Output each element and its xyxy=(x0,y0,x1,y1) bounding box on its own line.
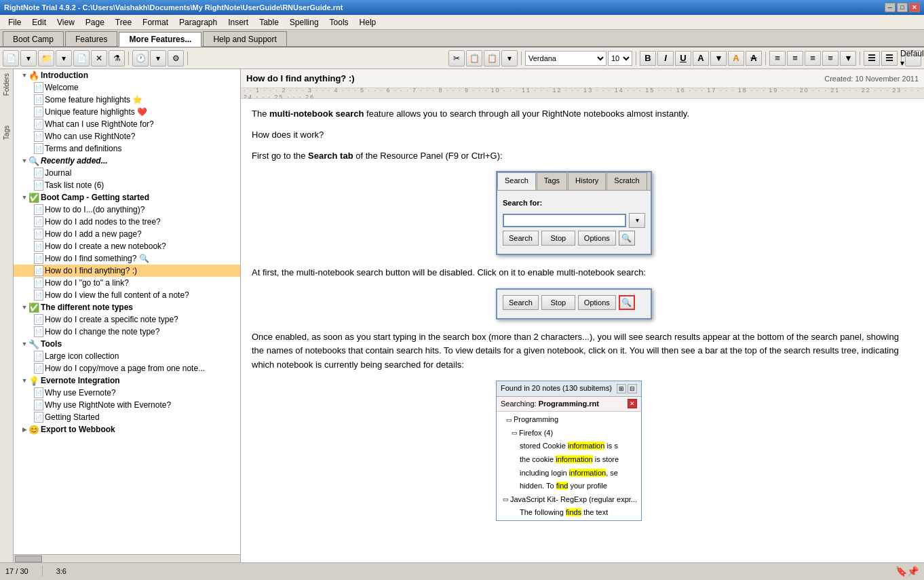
new-btn[interactable]: 📄 xyxy=(3,50,19,66)
history-btn[interactable]: 🕐 xyxy=(132,50,149,66)
open-btn[interactable]: 📁 xyxy=(38,50,54,66)
tree-recently-added[interactable]: ▼ 🔍 Recently added... xyxy=(14,155,240,167)
tree-getting-started-ev[interactable]: 📄 Getting Started xyxy=(14,411,240,423)
filter-btn[interactable]: ⚗ xyxy=(109,50,125,66)
search-button-2[interactable]: Search xyxy=(503,295,539,310)
history-dropdown[interactable]: ▾ xyxy=(150,50,166,66)
align-center-btn[interactable]: ≡ xyxy=(787,51,803,66)
stop-button-2[interactable]: Stop xyxy=(541,295,575,310)
tree-icon-collection[interactable]: 📄 Large icon collection xyxy=(14,350,240,362)
align-dropdown[interactable]: ▾ xyxy=(840,51,856,66)
paste-btn[interactable]: 📋 xyxy=(484,50,500,66)
menu-spelling[interactable]: Spelling xyxy=(284,16,324,28)
tree-view-content[interactable]: 📄 How do I view the full content of a no… xyxy=(14,289,240,301)
new-dropdown[interactable]: ▾ xyxy=(20,50,37,66)
open-dropdown[interactable]: ▾ xyxy=(56,50,72,66)
maximize-button[interactable]: □ xyxy=(897,3,908,12)
tags-tab[interactable]: Tags xyxy=(1,124,12,141)
close-button[interactable]: ✕ xyxy=(909,3,920,12)
result-cookie-2[interactable]: the cookie information is store xyxy=(499,453,638,467)
align-left-btn[interactable]: ≡ xyxy=(769,51,786,66)
result-cookie-1[interactable]: stored Cookie information is s xyxy=(499,440,638,453)
tree-how-anything[interactable]: 📄 How to do I...(do anything)? xyxy=(14,204,240,216)
search-input-field-1[interactable] xyxy=(503,214,626,227)
tree-specific-note[interactable]: 📄 How do I create a specific note type? xyxy=(14,313,240,326)
menu-paragraph[interactable]: Paragraph xyxy=(174,16,223,28)
tree-what-use[interactable]: 📄 What can I use RightNote for? xyxy=(14,118,240,130)
tree-who-use[interactable]: 📄 Who can use RightNote? xyxy=(14,130,240,142)
tree-welcome[interactable]: 📄 Welcome xyxy=(14,81,240,94)
align-justify-btn[interactable]: ≡ xyxy=(822,51,839,66)
result-hidden[interactable]: hidden. To find your profile xyxy=(499,480,638,493)
menu-edit[interactable]: Edit xyxy=(26,16,52,28)
tree-bootcamp[interactable]: ▼ ✅ Boot Camp - Getting started xyxy=(14,191,240,204)
numlist-btn[interactable]: ☰ xyxy=(881,51,898,66)
page-btn[interactable]: 📄 xyxy=(73,50,90,66)
italic-btn[interactable]: I xyxy=(657,51,674,66)
copy-btn[interactable]: 📋 xyxy=(466,50,482,66)
results-tree-scroll[interactable]: ▭ Programming ▭ Firefox (4) stored Cooki… xyxy=(497,412,641,520)
font-dropdown[interactable]: ▾ xyxy=(710,51,727,66)
tree-change-note[interactable]: 📄 How do I change the note type? xyxy=(14,326,240,338)
close-searching-btn[interactable]: ✕ xyxy=(628,399,637,408)
expand-export[interactable]: ▶ xyxy=(20,424,28,435)
tree-goto-link[interactable]: 📄 How do I "go to" a link? xyxy=(14,277,240,289)
tab-help-support[interactable]: Help and Support xyxy=(203,31,286,46)
dialog-tab-history[interactable]: History xyxy=(568,172,606,190)
tree-some-features[interactable]: 📄 Some feature highlights ⭐ xyxy=(14,94,240,106)
expand-note-types[interactable]: ▼ xyxy=(20,302,28,313)
expand-tools[interactable]: ▼ xyxy=(20,339,28,349)
menu-file[interactable]: File xyxy=(3,16,26,28)
menu-help[interactable]: Help xyxy=(354,16,382,28)
menu-format[interactable]: Format xyxy=(137,16,174,28)
align-right-btn[interactable]: ≡ xyxy=(805,51,821,66)
tree-add-nodes[interactable]: 📄 How do I add nodes to the tree? xyxy=(14,216,240,228)
tree-task-list[interactable]: 📄 Task list note (6) xyxy=(14,179,240,191)
tree-copy-move[interactable]: 📄 How do I copy/move a page from one not… xyxy=(14,362,240,374)
tree-evernote[interactable]: ▼ 💡 Evernote Integration xyxy=(14,374,240,387)
tab-features[interactable]: Features xyxy=(65,31,117,46)
dialog-tab-scratch[interactable]: Scratch xyxy=(607,172,647,190)
tree-why-evernote[interactable]: 📄 Why use Evernote? xyxy=(14,387,240,399)
stop-button-1[interactable]: Stop xyxy=(541,231,575,246)
result-login[interactable]: including login information, se xyxy=(499,467,638,480)
cut-btn[interactable]: ✂ xyxy=(448,50,465,66)
tree-tools[interactable]: ▼ 🔧 Tools xyxy=(14,338,240,350)
tree-add-page[interactable]: 📄 How do I add a new page? xyxy=(14,228,240,240)
tab-more-features[interactable]: More Features... xyxy=(119,32,201,47)
tree-journal[interactable]: 📄 Journal xyxy=(14,167,240,179)
tree-scroll[interactable]: ▼ 🔥 Introduction 📄 Welcome 📄 Some featur… xyxy=(14,69,240,554)
tree-note-types[interactable]: ▼ ✅ The different note types xyxy=(14,301,240,313)
result-array[interactable]: array of information or null xyxy=(499,520,638,520)
menu-tools[interactable]: Tools xyxy=(324,16,354,28)
tree-find-something[interactable]: 📄 How do I find something? 🔍 xyxy=(14,252,240,265)
result-finds-text[interactable]: The following finds the text xyxy=(499,506,638,520)
tree-introduction[interactable]: ▼ 🔥 Introduction xyxy=(14,69,240,81)
font-color-btn[interactable]: A xyxy=(693,51,709,66)
style-preset-dropdown[interactable]: Default ▾ xyxy=(905,50,921,66)
multinotebook-btn-2[interactable]: 🔍 xyxy=(619,295,635,310)
expand-recently[interactable]: ▼ xyxy=(20,155,28,166)
tree-find-anything[interactable]: 📄 How do I find anything? :) xyxy=(14,265,240,277)
menu-insert[interactable]: Insert xyxy=(223,16,254,28)
result-programming[interactable]: ▭ Programming xyxy=(499,413,638,427)
menu-table[interactable]: Table xyxy=(254,16,284,28)
settings-btn[interactable]: ⚙ xyxy=(168,50,184,66)
highlight-btn[interactable]: A xyxy=(728,51,744,66)
results-options-btn[interactable]: ⊟ xyxy=(628,384,637,393)
list-btn[interactable]: ☰ xyxy=(864,51,880,66)
multinotebook-btn-1[interactable]: 🔍 xyxy=(619,231,635,246)
menu-page[interactable]: Page xyxy=(80,16,110,28)
menu-view[interactable]: View xyxy=(52,16,80,28)
content-body[interactable]: The multi-notebook search feature allows… xyxy=(241,99,924,562)
underline-btn[interactable]: U xyxy=(675,51,691,66)
tab-bootcamp[interactable]: Boot Camp xyxy=(3,31,64,46)
search-button-1[interactable]: Search xyxy=(503,231,539,246)
delete-btn[interactable]: ✕ xyxy=(91,50,107,66)
minimize-button[interactable]: ─ xyxy=(885,3,896,12)
expand-bootcamp[interactable]: ▼ xyxy=(20,192,28,203)
tree-rightnote-evernote[interactable]: 📄 Why use RightNote with Evernote? xyxy=(14,399,240,411)
options-button-2[interactable]: Options xyxy=(578,295,616,310)
tree-export-webbook[interactable]: ▶ 😊 Export to Webbook xyxy=(14,423,240,436)
bold-btn[interactable]: B xyxy=(640,51,656,66)
